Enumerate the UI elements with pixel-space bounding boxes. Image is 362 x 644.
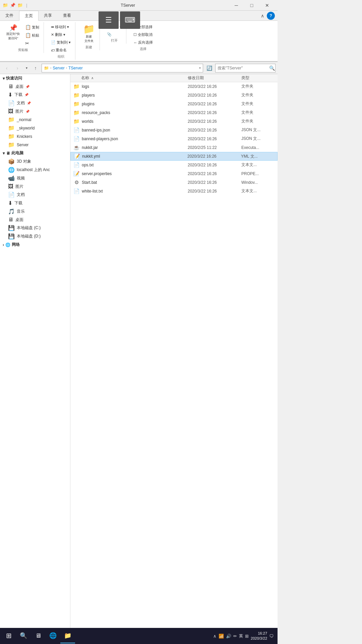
open-extra-button[interactable]: 📎: [105, 31, 124, 38]
file-type: 文件夹: [241, 110, 275, 115]
hamburger-menu-button[interactable]: ☰: [99, 11, 119, 29]
breadcrumb-part-tserver[interactable]: TServer: [68, 66, 83, 70]
minimize-button[interactable]: ─: [229, 0, 244, 11]
sidebar-quick-access-header[interactable]: ▾ 快速访问: [0, 74, 70, 83]
browser-button[interactable]: 🌐: [46, 629, 60, 643]
keyboard-button[interactable]: ⌨: [120, 11, 140, 29]
task-view-button[interactable]: 🖥: [31, 629, 46, 643]
table-row[interactable]: ☕ nukkit.jar 2020/2/25 11:22 Executa...: [70, 143, 278, 152]
back-button[interactable]: ‹: [2, 63, 11, 73]
table-row[interactable]: 📁 worlds 2020/3/22 16:26 文件夹: [70, 117, 278, 126]
tray-layout-icon[interactable]: ⊞: [245, 634, 249, 639]
deselect-all-button[interactable]: ☐ 全部取消: [131, 31, 155, 38]
table-row[interactable]: 📄 banned-ips.json 2020/3/22 16:26 JSON 文…: [70, 126, 278, 135]
move-to-button[interactable]: ➡ 移动到 ▾: [49, 23, 73, 31]
sidebar-network-header[interactable]: › 🌐 网络: [0, 240, 70, 249]
table-row[interactable]: 📄 banned-players.json 2020/3/22 16:26 JS…: [70, 135, 278, 143]
search-taskbar-button[interactable]: 🔍: [16, 629, 31, 643]
sidebar-item-3d[interactable]: 📦 3D 对象: [0, 157, 70, 166]
sidebar-item-server[interactable]: 📁 Server: [0, 141, 70, 149]
maximize-button[interactable]: □: [244, 0, 259, 11]
sidebar-item-pictures2[interactable]: 🖼 图片: [0, 182, 70, 191]
table-row[interactable]: 📄 ops.txt 2020/3/22 16:26 文本文...: [70, 161, 278, 169]
recent-locations-button[interactable]: ▾: [23, 63, 29, 73]
rename-button[interactable]: 🏷 重命名: [49, 47, 73, 54]
sidebar-item-server-label: Server: [17, 143, 28, 147]
empty-space: [70, 196, 278, 397]
tray-chevron-icon[interactable]: ∧: [213, 634, 217, 639]
sidebar-item-disk-c[interactable]: 💾 本地磁盘 (C:): [0, 224, 70, 232]
sidebar-item-knickers[interactable]: 📁 Knickers: [0, 132, 70, 141]
table-row[interactable]: 📄 white-list.txt 2020/3/22 16:26 文本文...: [70, 187, 278, 196]
table-row[interactable]: 📁 players 2020/3/22 16:26 文件夹: [70, 91, 278, 100]
sidebar-item-localhost[interactable]: 🌐 localhost 上的 Anc: [0, 166, 70, 174]
search-icon[interactable]: 🔍: [269, 65, 275, 71]
sidebar-item-downloads2[interactable]: ⬇ 下载: [0, 199, 70, 207]
paste-button[interactable]: 📋 粘贴: [23, 32, 42, 39]
table-row[interactable]: 📝 server.properties 2020/3/22 16:26 PROP…: [70, 169, 278, 178]
table-row[interactable]: 📁 resource_packs 2020/3/22 16:26 文件夹: [70, 108, 278, 117]
table-row[interactable]: 📁 plugins 2020/3/22 16:26 文件夹: [70, 100, 278, 108]
forward-button[interactable]: ›: [13, 63, 22, 73]
up-button[interactable]: ↑: [31, 63, 40, 73]
sidebar-this-pc-header[interactable]: ▾ 🖥 此电脑: [0, 149, 70, 157]
sidebar: ▾ 快速访问 🖥 桌面 📌 ⬇ 下载 📌 📄 文档 📌 🖼 图片 📌 📁 _no…: [0, 74, 70, 644]
sidebar-item-documents2-label: 文档: [17, 192, 25, 198]
breadcrumb: 📁 › Server › TServer ▾: [42, 64, 203, 72]
file-name: white-list.txt: [82, 189, 188, 194]
file-name: Start.bat: [82, 180, 188, 185]
sidebar-item-disk-d[interactable]: 💾 本地磁盘 (D:): [0, 232, 70, 240]
explorer-button[interactable]: 📁: [60, 629, 75, 643]
breadcrumb-part-server[interactable]: Server: [53, 66, 64, 70]
taskbar-clock[interactable]: 16:27 2020/3/22: [251, 631, 267, 641]
tab-view[interactable]: 查看: [58, 11, 77, 20]
table-row[interactable]: ⚙ Start.bat 2020/3/22 16:26 Windov...: [70, 178, 278, 187]
tab-share[interactable]: 共享: [39, 11, 58, 20]
copy-button[interactable]: 📋 复制: [23, 23, 42, 31]
column-header-name[interactable]: 名称 ∧: [73, 75, 188, 81]
bat-icon: ⚙: [73, 179, 80, 185]
videos-icon: 📹: [8, 175, 15, 181]
language-button[interactable]: 英: [239, 633, 243, 639]
start-button[interactable]: ⊞: [1, 629, 16, 643]
sidebar-item-downloads[interactable]: ⬇ 下载 📌: [0, 91, 70, 99]
notification-icon[interactable]: 🗨: [269, 634, 274, 639]
refresh-button[interactable]: 🔄: [204, 63, 214, 73]
file-date: 2020/3/22 16:26: [188, 102, 241, 106]
tray-sound-icon[interactable]: 🔊: [226, 634, 231, 639]
breadcrumb-dropdown[interactable]: ▾: [199, 66, 201, 70]
table-row[interactable]: 📁 logs 2020/3/22 16:26 文件夹: [70, 82, 278, 91]
help-button[interactable]: ?: [267, 12, 275, 20]
ribbon-collapse-icon[interactable]: ∧: [261, 13, 264, 18]
column-header-type[interactable]: 类型: [241, 75, 275, 81]
delete-button[interactable]: ✕ 删除 ▾: [49, 31, 73, 38]
sidebar-item-skyworld[interactable]: 📁 _skyworld: [0, 124, 70, 132]
tab-file[interactable]: 文件: [0, 11, 19, 20]
column-header-date[interactable]: 修改日期: [188, 75, 241, 81]
windows-icon: ⊞: [6, 632, 12, 640]
sidebar-item-videos[interactable]: 📹 视频: [0, 174, 70, 182]
search-input[interactable]: [218, 66, 268, 70]
sidebar-item-music[interactable]: 🎵 音乐: [0, 207, 70, 216]
sidebar-item-downloads2-label: 下载: [14, 200, 22, 206]
tray-network-icon[interactable]: 📶: [219, 634, 224, 639]
sidebar-item-pictures[interactable]: 🖼 图片 📌: [0, 107, 70, 115]
file-name: worlds: [82, 119, 188, 124]
title-controls: ─ □ ✕: [229, 0, 275, 11]
sidebar-item-documents[interactable]: 📄 文档 📌: [0, 99, 70, 107]
tab-home[interactable]: 主页: [19, 11, 39, 21]
file-type: Executa...: [241, 145, 275, 150]
new-folder-button[interactable]: 📁 新建文件夹: [80, 23, 98, 44]
close-button[interactable]: ✕: [259, 0, 275, 11]
tray-edit-icon[interactable]: ✏: [233, 634, 237, 639]
sidebar-item-desktop[interactable]: 🖥 桌面 📌: [0, 83, 70, 91]
invert-selection-button[interactable]: ↔ 反向选择: [131, 39, 155, 46]
sidebar-item-desktop2[interactable]: 🖥 桌面: [0, 216, 70, 224]
pin-to-quick-access-button[interactable]: 📌 固定到"快速访问": [5, 23, 21, 42]
table-row[interactable]: 📝 nukkit.yml 2020/3/22 16:26 YML 文...: [70, 152, 278, 161]
cut-button[interactable]: ✂: [23, 40, 42, 47]
sidebar-item-normal[interactable]: 📁 _normal: [0, 115, 70, 124]
dropdown-arrow: ▾: [67, 25, 69, 29]
copy-to-button[interactable]: 📄 复制到 ▾: [49, 39, 73, 46]
sidebar-item-documents2[interactable]: 📄 文档: [0, 191, 70, 199]
